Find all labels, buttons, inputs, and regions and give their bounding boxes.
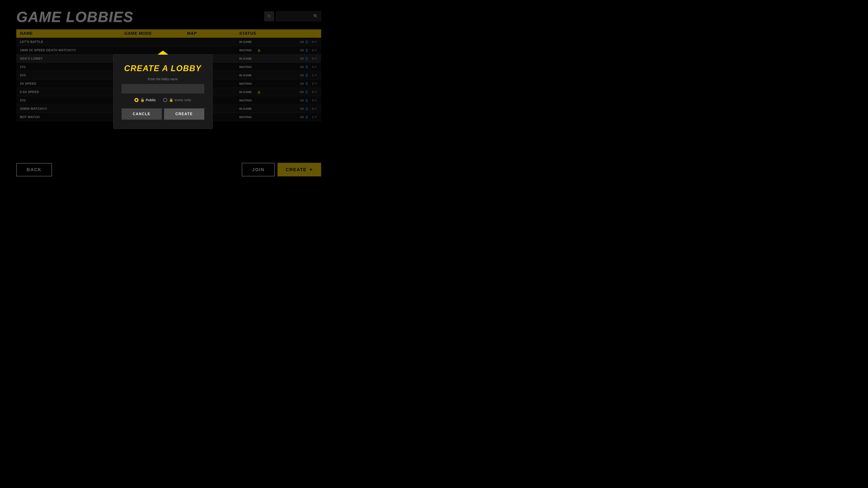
- modal-title: CREATE A LOBBY: [122, 64, 204, 73]
- public-radio[interactable]: [134, 98, 138, 102]
- public-option[interactable]: 🔓 Public: [134, 98, 156, 102]
- lock-icon: 🔒: [169, 98, 173, 102]
- cancel-button[interactable]: CANCLE: [122, 108, 162, 120]
- privacy-options: 🔓 Public 🔒 Invite only: [122, 98, 204, 102]
- modal-buttons: CANCLE CREATE: [122, 108, 204, 120]
- invite-radio[interactable]: [163, 98, 167, 102]
- invite-label: 🔒 Invite only: [169, 98, 191, 102]
- modal-overlay: CREATE A LOBBY Enter the lobby name 🔓 Pu…: [0, 0, 326, 183]
- invite-option[interactable]: 🔒 Invite only: [163, 98, 191, 102]
- create-lobby-modal: CREATE A LOBBY Enter the lobby name 🔓 Pu…: [113, 55, 213, 129]
- modal-subtitle: Enter the lobby name: [122, 77, 204, 81]
- lobby-name-input[interactable]: [122, 84, 204, 94]
- public-label: 🔓 Public: [140, 98, 156, 102]
- unlock-icon: 🔓: [140, 98, 145, 102]
- modal-create-button[interactable]: CREATE: [164, 108, 204, 120]
